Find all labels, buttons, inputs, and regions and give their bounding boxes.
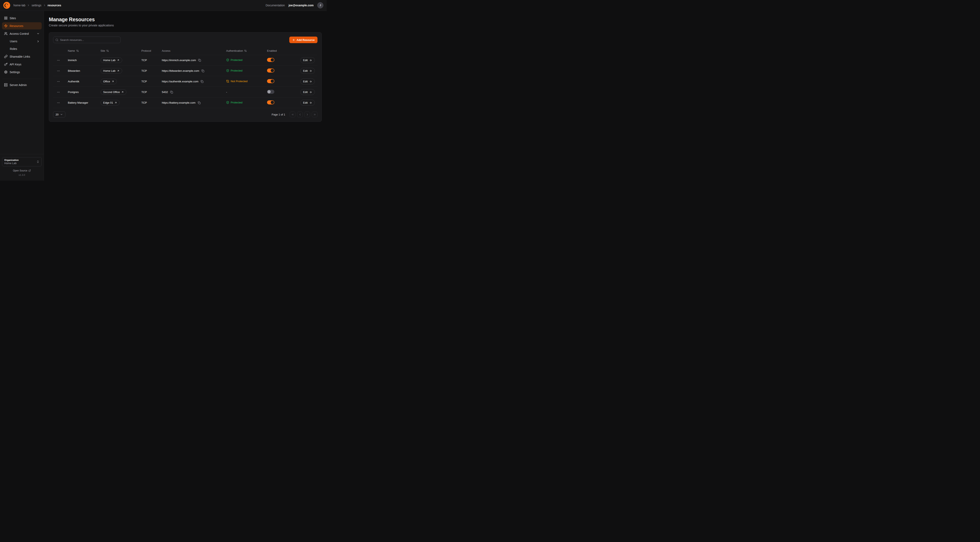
site-link[interactable]: Home Lab [100,57,122,63]
sidebar-item-settings[interactable]: Settings [2,69,42,76]
sidebar-item-label: API Keys [10,63,40,66]
app-logo[interactable] [3,2,10,9]
shield-off-icon [226,80,229,83]
auth-status: Protected [226,59,242,62]
chevrons-right-icon [313,113,316,116]
sort-name-button[interactable]: Name [68,49,79,52]
first-page-button[interactable] [290,112,296,117]
sidebar-item-roles[interactable]: Roles [2,45,42,52]
grid-icon [4,16,8,20]
enabled-toggle[interactable] [267,100,274,104]
site-link[interactable]: Home Lab [100,68,122,73]
copy-icon [198,101,200,104]
edit-button[interactable]: Edit [300,100,315,106]
header-access: Access [162,49,170,52]
arrow-right-icon [309,59,312,62]
sidebar-item-label: Roles [10,47,40,51]
ellipsis-icon [57,80,60,83]
resource-access: https://immich.example.com [162,59,196,62]
sidebar-item-resources[interactable]: Resources [2,22,42,29]
add-resource-button[interactable]: Add Resource [289,37,318,43]
sidebar-item-server-admin[interactable]: Server Admin [2,81,42,89]
next-page-button[interactable] [304,112,310,117]
arrow-right-icon [309,101,312,104]
sidebar-item-access-control[interactable]: Access Control [2,30,42,37]
org-selector[interactable]: Organization Home Lab [2,157,42,166]
copy-button[interactable] [197,101,201,105]
row-actions-button[interactable] [56,90,61,95]
ellipsis-icon [57,59,60,62]
enabled-toggle[interactable] [267,79,274,83]
avatar[interactable]: J [317,2,323,8]
copy-icon [198,59,201,62]
key-icon [4,62,8,66]
row-actions-button[interactable] [56,58,61,63]
breadcrumb-settings[interactable]: settings [32,4,41,7]
copy-button[interactable] [198,59,201,62]
ellipsis-icon [57,69,60,73]
copy-button[interactable] [201,69,205,73]
row-actions-button[interactable] [56,79,61,84]
edit-label: Edit [303,101,308,104]
sidebar-item-api-keys[interactable]: API Keys [2,61,42,68]
breadcrumb-home-lab[interactable]: home-lab [13,4,25,7]
prev-page-button[interactable] [297,112,303,117]
resource-access: 5432 [162,91,168,94]
edit-button[interactable]: Edit [300,89,315,95]
resource-name: Bitwarden [65,69,97,72]
copy-icon [170,91,173,94]
sidebar-item-shareable-links[interactable]: Shareable Links [2,53,42,60]
enabled-toggle[interactable] [267,69,274,73]
site-link[interactable]: Office [100,79,117,84]
copy-button[interactable] [200,80,204,83]
copy-button[interactable] [170,90,173,94]
page-size-select[interactable]: 20 [53,112,65,118]
sidebar-item-sites[interactable]: Sites [2,14,42,22]
arrow-up-right-icon [117,59,119,62]
enabled-toggle[interactable] [267,90,274,94]
edit-button[interactable]: Edit [300,57,315,63]
site-name: Edge 01 [103,101,113,104]
sidebar-item-users[interactable]: Users [2,38,42,45]
site-link[interactable]: Edge 01 [100,100,120,105]
sidebar-item-label: Shareable Links [10,55,40,58]
edit-button[interactable]: Edit [300,68,315,74]
documentation-link[interactable]: Documentation [266,4,285,7]
breadcrumb-resources[interactable]: resources [48,4,61,7]
open-source-label: Open Source [13,169,27,172]
last-page-button[interactable] [312,112,318,117]
chevron-right-icon [306,113,309,116]
resource-access: https://battery.example.com [162,101,196,104]
link-icon [4,55,8,58]
header-name: Name [68,49,75,52]
chevron-down-icon [60,113,63,116]
ellipsis-icon [57,91,60,94]
auth-label: Protected [231,101,242,104]
main-content: Manage Resources Create secure proxies t… [44,11,327,181]
waypoints-icon [4,24,8,27]
row-actions-button[interactable] [56,69,61,73]
sort-authentication-button[interactable]: Authentication [226,49,247,52]
shield-check-icon [226,59,229,62]
search-icon [56,38,59,41]
site-link[interactable]: Second Office [100,89,126,95]
sort-site-button[interactable]: Site [100,49,109,52]
header-enabled: Enabled [267,49,277,52]
org-selector-value: Home Lab [4,162,19,165]
row-actions-button[interactable] [56,100,61,105]
enabled-toggle[interactable] [267,58,274,62]
external-link-icon [29,169,31,172]
table-body: Immich Home Lab TCP https://immich.examp… [53,55,318,108]
toggle-knob [271,101,274,104]
site-name: Home Lab [103,59,115,62]
sidebar-footer: Organization Home Lab Open Source v1.3.0 [0,154,44,181]
open-source-link[interactable]: Open Source [2,169,42,172]
table-row: Authentik Office TCP https://authentik.e… [53,76,318,87]
search-input[interactable] [60,38,118,41]
table-row: Battery Manager Edge 01 TCP https://batt… [53,97,318,108]
site-name: Home Lab [103,69,115,72]
edit-button[interactable]: Edit [300,78,315,84]
edit-label: Edit [303,69,308,72]
search-box [53,37,121,43]
arrow-right-icon [309,91,312,94]
